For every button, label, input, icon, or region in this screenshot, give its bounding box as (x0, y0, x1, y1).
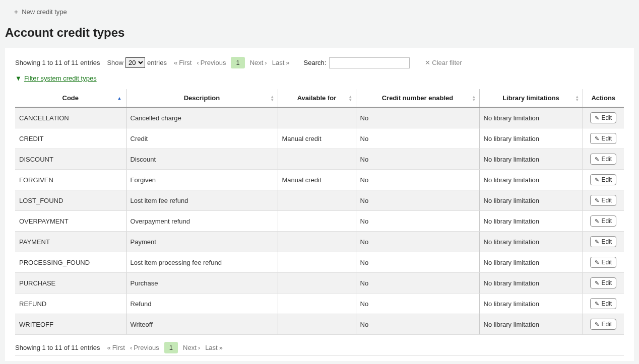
last-page-button[interactable]: Last » (272, 59, 290, 66)
col-actions-label: Actions (591, 94, 615, 102)
sort-icon: ▴▾ (576, 95, 579, 101)
pencil-icon: ✎ (595, 239, 599, 245)
chevron-double-right-icon: » (286, 59, 289, 66)
filter-system-types-link[interactable]: ▼ Filter system credit types (5, 75, 97, 85)
pager-top: « First ‹ Previous 1 Next › Last » (174, 57, 290, 68)
cell-description: Writeoff (126, 314, 278, 335)
page-length-select[interactable]: 20 (125, 57, 145, 68)
table-row: PURCHASEPurchaseNoNo library limitation✎… (15, 273, 624, 294)
edit-label: Edit (601, 176, 612, 183)
col-credit-number-label: Credit number enabled (382, 94, 454, 102)
edit-label: Edit (601, 217, 612, 225)
cell-available (278, 252, 356, 273)
edit-button[interactable]: ✎Edit (590, 298, 616, 309)
table-row: DISCOUNTDiscountNoNo library limitation✎… (15, 149, 624, 170)
cell-available (278, 294, 356, 314)
col-credit-number-header[interactable]: Credit number enabled ▴▾ (356, 89, 479, 107)
previous-label: Previous (201, 59, 226, 66)
edit-label: Edit (601, 321, 612, 328)
previous-page-button-bottom[interactable]: ‹ Previous (130, 344, 159, 351)
clear-filter-button[interactable]: ✕ Clear filter (425, 59, 462, 66)
edit-button[interactable]: ✎Edit (590, 236, 616, 247)
cell-library-limit: No library limitation (479, 273, 583, 294)
cell-credit-number: No (356, 273, 479, 294)
pencil-icon: ✎ (595, 197, 599, 204)
search-input[interactable] (329, 57, 410, 68)
last-page-button-bottom[interactable]: Last » (205, 344, 223, 351)
col-library-label: Library limitations (502, 94, 559, 102)
next-page-button[interactable]: Next › (250, 59, 267, 66)
cell-actions: ✎Edit (583, 252, 624, 273)
cell-available (278, 149, 356, 170)
edit-button[interactable]: ✎Edit (590, 112, 616, 123)
cell-library-limit: No library limitation (479, 107, 583, 128)
cell-code: LOST_FOUND (15, 190, 126, 211)
col-actions-header: Actions (583, 89, 624, 107)
first-page-button[interactable]: « First (174, 59, 192, 66)
show-suffix: entries (147, 59, 167, 66)
page-1-button[interactable]: 1 (231, 57, 244, 68)
cell-credit-number: No (356, 107, 479, 128)
edit-button[interactable]: ✎Edit (590, 195, 616, 206)
col-code-header[interactable]: Code ▲ (15, 89, 126, 107)
cell-description: Overpayment refund (126, 211, 278, 232)
cell-credit-number: No (356, 314, 479, 335)
first-label-bottom: First (112, 344, 125, 351)
pencil-icon: ✎ (595, 135, 599, 142)
table-row: CANCELLATIONCancelled chargeNoNo library… (15, 107, 624, 128)
chevron-left-icon: ‹ (130, 344, 132, 351)
col-available-header[interactable]: Available for ▴▾ (278, 89, 356, 107)
cell-description: Discount (126, 149, 278, 170)
filter-system-types-label: Filter system credit types (24, 75, 97, 82)
cell-library-limit: No library limitation (479, 128, 583, 149)
table-row: LOST_FOUNDLost item fee refundNoNo libra… (15, 190, 624, 211)
next-page-button-bottom[interactable]: Next › (183, 344, 200, 351)
edit-button[interactable]: ✎Edit (590, 277, 616, 288)
cell-available: Manual credit (278, 170, 356, 190)
cell-library-limit: No library limitation (479, 190, 583, 211)
edit-label: Edit (601, 279, 612, 286)
table-controls-bottom: Showing 1 to 11 of 11 entries « First ‹ … (15, 335, 624, 356)
cell-credit-number: No (356, 190, 479, 211)
previous-label-bottom: Previous (134, 344, 159, 351)
cell-credit-number: No (356, 211, 479, 232)
first-page-button-bottom[interactable]: « First (107, 344, 125, 351)
edit-label: Edit (601, 156, 612, 163)
chevron-double-left-icon: « (174, 59, 177, 66)
edit-button[interactable]: ✎Edit (590, 174, 616, 185)
sort-icon: ▴▾ (473, 95, 475, 101)
col-description-header[interactable]: Description ▴▾ (126, 89, 278, 107)
cell-actions: ✎Edit (583, 232, 624, 252)
pencil-icon: ✎ (595, 321, 599, 328)
pencil-icon: ✎ (595, 115, 599, 121)
col-code-label: Code (62, 94, 79, 102)
sort-icon: ▴▾ (271, 95, 274, 101)
cell-actions: ✎Edit (583, 314, 624, 335)
col-library-header[interactable]: Library limitations ▴▾ (479, 89, 583, 107)
cell-available (278, 107, 356, 128)
last-label-bottom: Last (205, 344, 218, 351)
edit-button[interactable]: ✎Edit (590, 133, 616, 144)
cell-library-limit: No library limitation (479, 232, 583, 252)
cell-description: Refund (126, 294, 278, 314)
table-row: PROCESSING_FOUNDLost item processing fee… (15, 252, 624, 273)
cell-description: Purchase (126, 273, 278, 294)
edit-button[interactable]: ✎Edit (590, 319, 616, 330)
cell-available (278, 232, 356, 252)
edit-button[interactable]: ✎Edit (590, 215, 616, 227)
edit-button[interactable]: ✎Edit (590, 257, 616, 268)
previous-page-button[interactable]: ‹ Previous (197, 59, 226, 66)
new-credit-type-link[interactable]: + New credit type (14, 8, 67, 16)
cell-available (278, 273, 356, 294)
cell-available: Manual credit (278, 128, 356, 149)
search-label: Search: (304, 59, 327, 66)
toolbar: + New credit type (5, 5, 634, 26)
pencil-icon: ✎ (595, 280, 599, 286)
edit-button[interactable]: ✎Edit (590, 154, 616, 165)
search-control: Search: (304, 57, 410, 68)
cell-available (278, 190, 356, 211)
page-1-button-bottom[interactable]: 1 (164, 342, 178, 353)
pencil-icon: ✎ (595, 218, 599, 225)
cell-description: Payment (126, 232, 278, 252)
chevron-right-icon: › (265, 59, 267, 66)
